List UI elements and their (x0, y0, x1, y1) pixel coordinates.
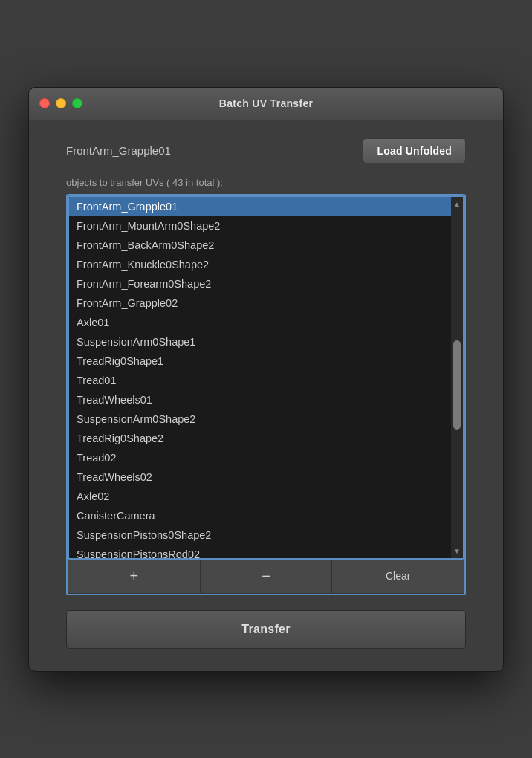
list-inner[interactable]: FrontArm_Grapple01FrontArm_MountArm0Shap… (69, 197, 451, 558)
traffic-lights (39, 98, 82, 108)
titlebar: Batch UV Transfer (29, 88, 503, 120)
minimize-button[interactable] (56, 98, 66, 108)
current-object-label: FrontArm_Grapple01 (66, 144, 351, 157)
list-item[interactable]: Axle02 (69, 487, 451, 506)
list-item[interactable]: TreadRig0Shape1 (69, 352, 451, 371)
load-unfolded-button[interactable]: Load Unfolded (363, 138, 466, 163)
list-item[interactable]: SuspensionArm0Shape2 (69, 409, 451, 429)
scrollbar-down-arrow[interactable]: ▼ (451, 545, 463, 557)
transfer-button[interactable]: Transfer (66, 610, 466, 649)
list-item[interactable]: FrontArm_Forearm0Shape2 (69, 274, 451, 294)
scrollbar-thumb[interactable] (453, 340, 461, 430)
add-button[interactable]: + (68, 560, 201, 593)
list-item[interactable]: Tread01 (69, 371, 451, 390)
maximize-button[interactable] (72, 98, 82, 108)
window-title: Batch UV Transfer (219, 97, 313, 109)
list-wrapper: FrontArm_Grapple01FrontArm_MountArm0Shap… (66, 194, 466, 595)
remove-button[interactable]: − (201, 560, 333, 593)
top-row: FrontArm_Grapple01 Load Unfolded (66, 138, 466, 163)
list-container: FrontArm_Grapple01FrontArm_MountArm0Shap… (68, 195, 464, 560)
list-item[interactable]: FrontArm_MountArm0Shape2 (69, 216, 451, 236)
scrollbar-track[interactable]: ▲ ▼ (451, 197, 463, 558)
list-item[interactable]: TreadRig0Shape2 (69, 429, 451, 448)
main-window: Batch UV Transfer FrontArm_Grapple01 Loa… (28, 87, 504, 672)
list-item[interactable]: SuspensionPistons0Shape2 (69, 525, 451, 545)
close-button[interactable] (39, 98, 50, 108)
list-item[interactable]: FrontArm_Grapple02 (69, 294, 451, 313)
list-item[interactable]: FrontArm_Grapple01 (69, 197, 451, 216)
list-item[interactable]: FrontArm_BackArm0Shape2 (69, 236, 451, 255)
list-item[interactable]: CanisterCamera (69, 506, 451, 525)
list-item[interactable]: SuspensionArm0Shape1 (69, 332, 451, 352)
list-item[interactable]: TreadWheels02 (69, 467, 451, 487)
list-item[interactable]: FrontArm_Knuckle0Shape2 (69, 255, 451, 274)
scrollbar-up-arrow[interactable]: ▲ (451, 198, 463, 210)
content-area: FrontArm_Grapple01 Load Unfolded objects… (29, 120, 503, 671)
list-item[interactable]: Tread02 (69, 448, 451, 467)
list-label: objects to transfer UVs ( 43 in total ): (66, 177, 466, 188)
list-item[interactable]: TreadWheels01 (69, 390, 451, 409)
list-item[interactable]: Axle01 (69, 313, 451, 332)
list-controls-row: + − Clear (68, 560, 464, 594)
clear-button[interactable]: Clear (332, 560, 464, 593)
list-item[interactable]: SuspensionPistonsRod02 (69, 545, 451, 558)
